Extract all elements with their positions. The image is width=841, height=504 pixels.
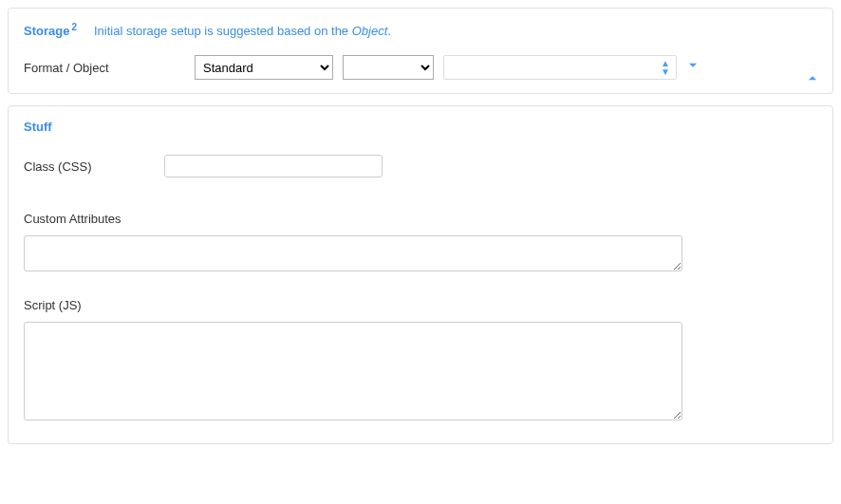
storage-superscript: 2 <box>71 22 77 32</box>
class-css-input[interactable] <box>164 155 383 177</box>
class-css-row: Class (CSS) <box>24 155 817 177</box>
storage-hint: Initial storage setup is suggested based… <box>94 24 391 38</box>
custom-attributes-label: Custom Attributes <box>24 212 817 226</box>
stuff-title: Stuff <box>24 120 817 134</box>
format-select[interactable]: Standard <box>195 55 333 80</box>
script-js-label: Script (JS) <box>24 298 817 312</box>
chevron-up-icon[interactable] <box>806 71 819 87</box>
custom-attributes-block: Custom Attributes <box>24 212 817 271</box>
storage-panel: Storage2 Initial storage setup is sugges… <box>8 8 833 94</box>
class-css-label: Class (CSS) <box>24 159 164 174</box>
storage-hint-object: Object <box>352 24 388 38</box>
sort-icon: ▲▼ <box>661 59 670 76</box>
storage-combo[interactable]: ▲▼ <box>443 55 677 80</box>
script-js-textarea[interactable] <box>24 322 682 420</box>
format-object-label: Format / Object <box>24 61 185 75</box>
object-select[interactable] <box>343 55 434 80</box>
storage-hint-before: Initial storage setup is suggested based… <box>94 24 352 38</box>
storage-hint-after: . <box>387 24 391 38</box>
stuff-panel: Stuff Class (CSS) Custom Attributes Scri… <box>8 105 833 444</box>
custom-attributes-textarea[interactable] <box>24 235 682 271</box>
chevron-down-icon[interactable] <box>686 59 700 76</box>
script-js-block: Script (JS) <box>24 298 817 420</box>
format-object-row: Format / Object Standard ▲▼ <box>24 55 817 80</box>
storage-title: Storage2 <box>24 22 77 38</box>
storage-header: Storage2 Initial storage setup is sugges… <box>24 22 817 38</box>
storage-title-text: Storage <box>24 24 69 38</box>
